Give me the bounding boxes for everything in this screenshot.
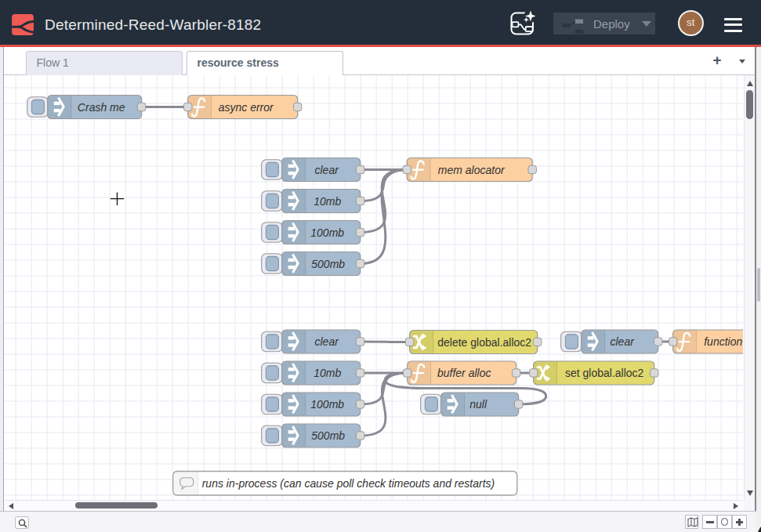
svg-text:set global.alloc2: set global.alloc2	[565, 367, 644, 379]
svg-text:Crash me: Crash me	[78, 100, 125, 113]
svg-text:10mb: 10mb	[313, 194, 341, 207]
svg-text:buffer alloc: buffer alloc	[437, 367, 491, 379]
svg-text:clear: clear	[315, 335, 340, 348]
svg-text:delete global.alloc2: delete global.alloc2	[438, 335, 532, 348]
svg-text:clear: clear	[611, 335, 636, 348]
svg-text:mem alocator: mem alocator	[438, 163, 506, 176]
svg-text:500mb: 500mb	[312, 429, 346, 442]
svg-text:100mb: 100mb	[311, 226, 345, 238]
svg-text:500mb: 500mb	[312, 257, 346, 270]
svg-text:function mem: function mem	[704, 335, 743, 348]
svg-text:null: null	[470, 398, 488, 411]
svg-text:async error: async error	[219, 100, 274, 113]
svg-text:10mb: 10mb	[313, 367, 341, 379]
svg-text:runs in-process (can cause pol: runs in-process (can cause poll check ti…	[202, 476, 495, 489]
svg-text:clear: clear	[315, 163, 340, 176]
svg-text:100mb: 100mb	[311, 398, 345, 411]
